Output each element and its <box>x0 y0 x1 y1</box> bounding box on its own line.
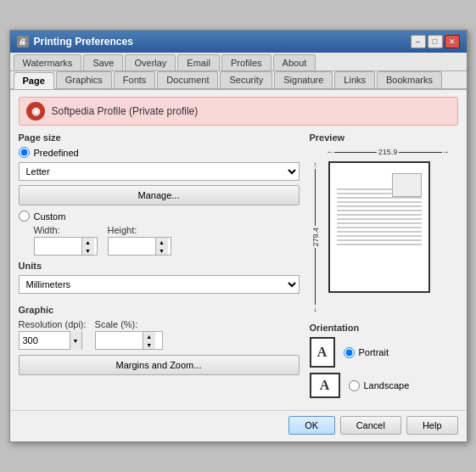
two-col-layout: Page size Predefined Letter Manage... Cu… <box>19 132 458 403</box>
dim-arrow-up: ↑ <box>313 160 317 169</box>
height-label: Height: <box>108 225 171 235</box>
preview-line-13 <box>337 239 422 241</box>
resolution-label: Resolution (dpi): <box>19 319 87 329</box>
preview-line-8 <box>337 218 422 220</box>
height-spinner: 279.4 ▲ ▼ <box>108 237 171 256</box>
preview-dimension-top: ← 215.9 → <box>327 148 450 156</box>
tab-row-bottom: Page Graphics Fonts Document Security Si… <box>10 71 467 90</box>
resolution-item: Resolution (dpi): 300 ▼ <box>19 319 87 350</box>
scale-label: Scale (%): <box>95 319 163 329</box>
tab-graphics[interactable]: Graphics <box>56 71 112 88</box>
minimize-button[interactable]: – <box>411 35 426 48</box>
landscape-radio-label[interactable]: Landscape <box>349 380 410 391</box>
units-select[interactable]: Millimeters <box>19 275 300 294</box>
preview-label: Preview <box>310 132 458 143</box>
page-size-select[interactable]: Letter <box>19 162 300 181</box>
height-input[interactable]: 279.4 <box>109 241 155 251</box>
height-spin-btns: ▲ ▼ <box>155 238 168 255</box>
scale-spin-btns: ▲ ▼ <box>143 332 155 349</box>
tab-about[interactable]: About <box>273 54 316 70</box>
custom-label[interactable]: Custom <box>34 211 66 222</box>
portrait-label: Portrait <box>359 347 389 357</box>
portrait-radio[interactable] <box>344 347 355 358</box>
resolution-value: 300 <box>20 335 70 346</box>
tab-document[interactable]: Document <box>157 71 218 88</box>
custom-radio-row: Custom <box>19 211 300 222</box>
maximize-button[interactable]: □ <box>428 35 443 48</box>
scale-up-button[interactable]: ▲ <box>143 332 155 340</box>
width-label: Width: <box>34 225 98 235</box>
help-button[interactable]: Help <box>406 416 458 435</box>
tab-row-top: Watermarks Save Overlay Email Profiles A… <box>10 53 467 71</box>
landscape-label: Landscape <box>364 380 410 391</box>
units-label: Units <box>19 261 300 271</box>
landscape-radio[interactable] <box>349 380 360 391</box>
manage-button[interactable]: Manage... <box>19 185 300 205</box>
preview-line-6 <box>337 210 422 211</box>
custom-radio[interactable] <box>19 211 30 222</box>
height-item: Height: 279.4 ▲ ▼ <box>108 225 171 256</box>
graphic-row: Resolution (dpi): 300 ▼ Scale (%): 100 <box>19 319 300 350</box>
width-spinner: 215.9 ▲ ▼ <box>34 237 98 256</box>
dim-line-vertical-2 <box>315 248 316 305</box>
tab-watermarks[interactable]: Watermarks <box>14 54 82 70</box>
predefined-radio-row: Predefined <box>19 147 300 158</box>
predefined-radio[interactable] <box>19 147 30 158</box>
margins-zoom-button[interactable]: Margins and Zoom... <box>19 355 300 375</box>
resolution-select-wrap: 300 ▼ <box>19 331 82 350</box>
tab-save[interactable]: Save <box>83 54 123 70</box>
preview-page <box>328 161 430 293</box>
resolution-dropdown-button[interactable]: ▼ <box>70 331 81 350</box>
title-bar: 🖨 Printing Preferences – □ ✕ <box>10 31 467 53</box>
page-size-label: Page size <box>19 132 300 143</box>
height-down-button[interactable]: ▼ <box>156 246 168 255</box>
portrait-radio-label[interactable]: Portrait <box>344 347 389 358</box>
profile-text: Softpedia Profile (Private profile) <box>52 105 199 117</box>
width-up-button[interactable]: ▲ <box>82 238 94 246</box>
scale-down-button[interactable]: ▼ <box>143 340 155 349</box>
tab-signature[interactable]: Signature <box>274 71 333 88</box>
preview-line-3 <box>337 197 422 199</box>
width-input[interactable]: 215.9 <box>35 241 81 251</box>
graphic-section: Graphic Resolution (dpi): 300 ▼ Scale (%… <box>19 305 300 380</box>
preview-area: ← 215.9 → ↑ 279.4 ↓ <box>310 148 450 317</box>
tab-fonts[interactable]: Fonts <box>114 71 156 88</box>
portrait-icon: A <box>310 337 335 368</box>
width-down-button[interactable]: ▼ <box>82 246 94 255</box>
printing-preferences-window: 🖨 Printing Preferences – □ ✕ Watermarks … <box>9 30 468 442</box>
profile-bar: ◉ Softpedia Profile (Private profile) <box>19 97 458 126</box>
ok-button[interactable]: OK <box>288 416 335 435</box>
tab-links[interactable]: Links <box>334 71 375 88</box>
title-controls: – □ ✕ <box>411 35 460 48</box>
profile-icon: ◉ <box>26 102 45 121</box>
preview-line-7 <box>337 214 422 216</box>
dim-line-vertical <box>315 169 316 226</box>
dim-arrow-right: → <box>442 148 450 156</box>
tab-bookmarks[interactable]: Bookmarks <box>377 71 442 88</box>
scale-spinner: 100 ▲ ▼ <box>95 331 163 350</box>
right-column: Preview ← 215.9 → ↑ 279.4 <box>310 132 458 403</box>
portrait-row: A Portrait <box>310 337 458 368</box>
tab-security[interactable]: Security <box>220 71 272 88</box>
title-bar-left: 🖨 Printing Preferences <box>17 36 133 48</box>
landscape-icon: A <box>310 373 340 398</box>
preview-thumbnail <box>392 173 422 197</box>
close-button[interactable]: ✕ <box>445 35 460 48</box>
tab-page[interactable]: Page <box>14 72 54 89</box>
tab-profiles[interactable]: Profiles <box>221 54 272 70</box>
height-up-button[interactable]: ▲ <box>156 238 168 246</box>
dim-arrow-down: ↓ <box>313 305 317 313</box>
tab-overlay[interactable]: Overlay <box>125 54 176 70</box>
preview-line-14 <box>337 244 422 245</box>
app-icon: 🖨 <box>17 36 29 48</box>
width-height-group: Width: 215.9 ▲ ▼ Height: 279.4 <box>34 225 300 256</box>
cancel-button[interactable]: Cancel <box>340 416 401 435</box>
orientation-section: Orientation A Portrait A Landscape <box>310 323 458 398</box>
orientation-label: Orientation <box>310 323 458 333</box>
preview-line-9 <box>337 222 422 224</box>
scale-input[interactable]: 100 <box>96 335 143 346</box>
preview-line-10 <box>337 227 422 228</box>
tab-email[interactable]: Email <box>177 54 220 70</box>
predefined-label[interactable]: Predefined <box>34 148 79 158</box>
dim-arrow-left: ← <box>327 148 334 156</box>
